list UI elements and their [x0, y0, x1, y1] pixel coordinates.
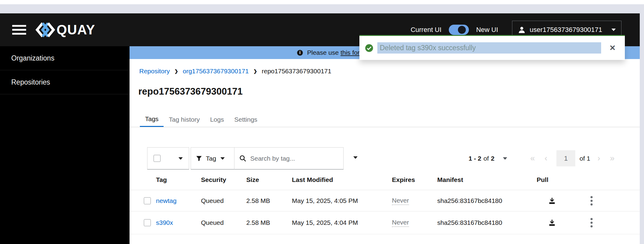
breadcrumb-repository-link[interactable]: Repository [139, 68, 170, 75]
current-page-input[interactable] [556, 150, 575, 166]
next-page-button[interactable]: › [593, 154, 605, 163]
expires-value[interactable]: Never [392, 219, 409, 227]
column-header-tag: Tag [156, 176, 167, 183]
download-icon [548, 197, 556, 205]
hamburger-menu-button[interactable] [12, 23, 26, 37]
breadcrumb-separator-icon: ❯ [253, 68, 257, 74]
tag-search-field [234, 147, 344, 169]
toolbar-expand-caret-icon[interactable] [353, 156, 358, 159]
filter-type-dropdown[interactable]: Tag [191, 147, 234, 169]
ui-toggle-switch[interactable] [449, 25, 469, 35]
row-checkbox[interactable] [144, 219, 151, 226]
tab-tag-history[interactable]: Tag history [164, 112, 205, 127]
last-modified: May 15, 2025, 4:04 PM [292, 219, 358, 226]
column-header-last-modified: Last Modified [292, 176, 333, 183]
tag-size: 2.58 MB [246, 197, 270, 204]
column-header-manifest: Manifest [437, 176, 463, 183]
column-header-security: Security [201, 176, 226, 183]
filter-type-label: Tag [206, 155, 216, 162]
close-icon[interactable]: ✕ [609, 44, 616, 52]
chevron-down-icon [611, 29, 616, 31]
browser-chrome-strip [0, 4, 644, 13]
breadcrumb-separator-icon: ❯ [174, 68, 178, 74]
previous-page-button[interactable]: ‹ [540, 154, 552, 163]
tab-settings[interactable]: Settings [229, 112, 262, 127]
tag-name-link[interactable]: s390x [156, 219, 173, 226]
last-page-button[interactable]: » [605, 154, 619, 163]
download-icon [548, 219, 556, 227]
column-header-expires: Expires [392, 176, 415, 183]
table-row: s390x Queued 2.58 MB May 15, 2025, 4:04 … [130, 211, 640, 234]
first-page-button[interactable]: « [525, 154, 540, 163]
new-ui-label: New UI [476, 26, 498, 34]
success-check-icon [365, 44, 373, 52]
quay-logo[interactable]: QUAY [35, 21, 95, 39]
filter-icon [196, 155, 202, 162]
pull-download-button[interactable] [548, 197, 556, 205]
bulk-select-dropdown[interactable] [147, 147, 189, 169]
pull-download-button[interactable] [548, 219, 556, 227]
user-icon [518, 26, 526, 34]
caret-down-icon [503, 157, 507, 160]
brand-name: QUAY [57, 22, 95, 37]
repository-tabs: Tags Tag history Logs Settings [130, 112, 640, 127]
row-checkbox[interactable] [144, 197, 151, 204]
caret-down-icon [220, 157, 225, 160]
username-label: user1756373679300171 [530, 26, 602, 34]
pagination-menu-toggle[interactable]: 1 - 2 of 2 [469, 147, 507, 169]
row-actions-kebab[interactable] [588, 195, 595, 207]
hamburger-icon [12, 25, 26, 27]
select-all-checkbox[interactable] [154, 155, 161, 162]
column-header-size: Size [246, 176, 259, 183]
table-row: newtag Queued 2.58 MB May 15, 2025, 4:05… [130, 190, 640, 211]
table-header-row: Tag Security Size Last Modified Expires … [130, 170, 640, 190]
success-toast: Deleted tag s390x successfully ✕ [359, 35, 625, 60]
quay-repository-page: QUAY Current UI New UI user1756373679300… [0, 0, 644, 244]
kebab-icon [590, 196, 593, 198]
pagination-range: 1 - 2 [469, 155, 481, 162]
column-header-pull: Pull [537, 176, 549, 183]
sidebar-nav: Organizations Repositories [0, 46, 130, 244]
row-actions-kebab[interactable] [588, 217, 595, 229]
feedback-banner-content: i Please use this form [297, 46, 365, 59]
top-margin-strip [0, 0, 644, 4]
kebab-icon [590, 218, 593, 220]
expires-value[interactable]: Never [392, 197, 409, 205]
sidebar-item-organizations[interactable]: Organizations [0, 46, 130, 70]
quay-logo-icon [35, 21, 55, 39]
tag-size: 2.58 MB [246, 219, 270, 226]
search-input[interactable] [250, 155, 338, 162]
banner-text: Please use [307, 49, 339, 56]
pagination-of-word: of [483, 155, 489, 162]
security-status: Queued [201, 219, 224, 226]
manifest-digest: sha256:83167bc84180 [437, 197, 502, 204]
caret-down-icon [178, 157, 183, 160]
page-title: repo1756373679300171 [138, 86, 243, 97]
sidebar-item-repositories[interactable]: Repositories [0, 70, 130, 94]
page-count-label: of 1 [580, 155, 590, 162]
last-modified: May 15, 2025, 4:05 PM [292, 197, 358, 204]
switch-knob-icon [458, 26, 466, 34]
page-scrollbar[interactable] [640, 13, 644, 244]
tab-tags[interactable]: Tags [140, 112, 164, 127]
tab-logs[interactable]: Logs [205, 112, 229, 127]
tag-name-link[interactable]: newtag [156, 197, 177, 204]
security-status: Queued [201, 197, 224, 204]
toast-message: Deleted tag s390x successfully [377, 42, 601, 54]
manifest-digest: sha256:83167bc84180 [437, 219, 502, 226]
breadcrumb-org-link[interactable]: org1756373679300171 [183, 68, 249, 75]
pagination-nav: « ‹ of 1 › » [525, 147, 619, 169]
current-ui-label: Current UI [410, 26, 441, 34]
breadcrumb-current-repo: repo1756373679300171 [262, 68, 331, 75]
info-icon: i [297, 50, 303, 56]
breadcrumb: Repository ❯ org1756373679300171 ❯ repo1… [139, 68, 331, 75]
pagination-total: 2 [491, 155, 495, 162]
search-icon [239, 155, 246, 162]
